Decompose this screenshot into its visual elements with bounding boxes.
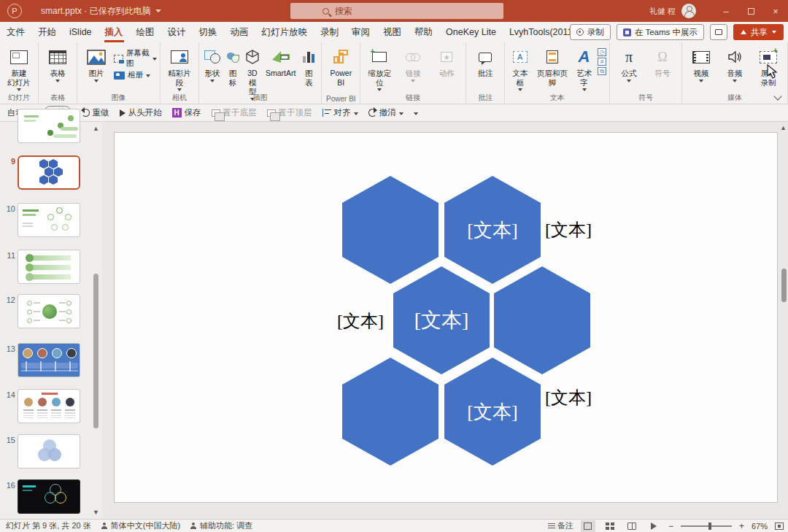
zoom-level[interactable]: 67% — [752, 522, 768, 531]
align-button[interactable]: 对齐 — [322, 107, 358, 118]
thumbnail-slide-14[interactable]: 14 — [18, 389, 80, 423]
tab-review[interactable]: 审阅 — [345, 22, 376, 42]
slide-editing-surface[interactable]: [文本] [文本] [文本] [文本] [文本] [文本] — [114, 132, 778, 503]
hexagon-shape[interactable]: [文本] — [393, 266, 490, 374]
reading-view-button[interactable] — [625, 520, 639, 532]
minimize-button[interactable]: – — [714, 0, 738, 22]
thumbnail-slide-16[interactable]: 16 — [18, 479, 80, 514]
button-label: 精彩片 段 — [168, 69, 191, 87]
hexagon-shape[interactable] — [342, 176, 439, 284]
tab-view[interactable]: 视图 — [376, 22, 408, 42]
video-button[interactable]: 视频 — [685, 45, 717, 84]
avatar[interactable] — [681, 4, 696, 18]
thumbnail-slide-11[interactable]: 11 — [18, 250, 80, 284]
picture-button[interactable]: 图片 — [80, 45, 112, 84]
undo-button[interactable]: 撤消 — [368, 107, 403, 118]
close-button[interactable]: × — [763, 0, 788, 22]
thumbnail-slide-9[interactable]: 9 — [18, 155, 80, 190]
hexagon-shape[interactable]: [文本] — [444, 176, 541, 284]
normal-view-button[interactable] — [581, 520, 595, 532]
tab-record[interactable]: 录制 — [314, 22, 345, 42]
camera-clip-icon — [171, 50, 188, 63]
thumbnail-slide-12[interactable]: 12 — [18, 294, 80, 328]
screenshot-button[interactable]: 屏幕截图 — [114, 48, 157, 69]
thumbnail-slide-15[interactable]: 15 — [18, 434, 80, 469]
zoom-slider[interactable] — [681, 525, 732, 527]
text-placeholder-label[interactable]: [文本] — [545, 218, 592, 242]
search-box[interactable]: 搜索 — [290, 3, 503, 19]
comments-button[interactable] — [710, 24, 727, 40]
shapes-button[interactable]: 形状 — [202, 45, 223, 84]
equation-button[interactable]: 公式 — [613, 45, 645, 84]
power-bi-button[interactable]: Power BI — [325, 45, 357, 88]
canvas-scroll-up-icon[interactable]: ▲ — [780, 124, 787, 131]
tab-islide[interactable]: iSlide — [63, 22, 98, 42]
text-placeholder-label[interactable]: [文本] — [545, 386, 592, 409]
tab-slideshow[interactable]: 幻灯片放映 — [255, 22, 314, 42]
button-label: 图片 — [89, 69, 104, 78]
share-button[interactable]: 共享 — [733, 24, 784, 40]
tab-animations[interactable]: 动画 — [224, 22, 255, 42]
header-footer-button[interactable]: 页眉和页脚 — [533, 45, 571, 88]
thumbnail-slide-13[interactable]: 13 — [18, 343, 80, 377]
from-beginning-button[interactable]: 从头开始 — [120, 107, 162, 118]
hexagon-text-placeholder[interactable]: [文本] — [467, 217, 517, 243]
panel-scroll-down-icon[interactable]: ▼ — [93, 509, 99, 516]
customize-quickbar-button[interactable] — [414, 111, 418, 115]
tab-file[interactable]: 文件 — [0, 22, 31, 42]
panel-scrollbar[interactable] — [93, 274, 98, 428]
restore-button[interactable] — [738, 0, 763, 22]
panel-scroll-up-icon[interactable]: ▲ — [93, 125, 99, 132]
present-in-teams-button[interactable]: 在 Teams 中展示 — [617, 24, 704, 40]
text-placeholder-label[interactable]: [文本] — [337, 309, 384, 333]
audio-button[interactable]: 音频 — [719, 45, 751, 84]
zoom-slider-thumb[interactable] — [708, 523, 711, 530]
icons-button[interactable]: 图 标 — [224, 45, 242, 88]
tab-help[interactable]: 帮助 — [408, 22, 439, 42]
thumbnail-slide-10[interactable]: 10 — [18, 203, 80, 237]
chevron-down-icon — [411, 80, 415, 82]
redo-button[interactable]: 重做 — [82, 107, 109, 118]
hexagon-shape[interactable] — [342, 358, 439, 466]
from-beginning-label: 从头开始 — [128, 107, 162, 118]
tab-onekey-lite[interactable]: OneKey Lite — [439, 22, 503, 42]
tab-draw[interactable]: 绘图 — [130, 22, 161, 42]
table-button[interactable]: 表格 — [42, 45, 74, 84]
object-icon[interactable]: ⧉ — [598, 67, 606, 75]
hexagon-text-placeholder[interactable]: [文本] — [414, 307, 469, 334]
tab-insert[interactable]: 插入 — [98, 22, 130, 42]
tab-transitions[interactable]: 切换 — [193, 22, 224, 42]
zoom-out-button[interactable]: − — [668, 521, 673, 531]
canvas-scrollbar[interactable] — [781, 269, 787, 302]
new-slide-button[interactable]: 新建 幻灯片 — [3, 45, 35, 93]
date-time-icon[interactable]: ◷ — [598, 48, 606, 56]
equation-icon — [625, 50, 633, 64]
photo-album-button[interactable]: 相册 — [114, 70, 157, 80]
language-status[interactable]: 简体中文(中国大陆) — [101, 520, 180, 531]
highlight-clip-button[interactable]: 精彩片 段 — [163, 45, 196, 93]
accessibility-status[interactable]: 辅助功能: 调查 — [190, 520, 252, 531]
hexagon-text-placeholder[interactable]: [文本] — [467, 399, 517, 425]
notes-button[interactable]: 备注 — [548, 520, 573, 531]
zoom-link-button[interactable]: 缩放定 位 — [363, 45, 395, 93]
wordart-button[interactable]: 艺术字 — [572, 45, 596, 93]
tab-home[interactable]: 开始 — [31, 22, 63, 42]
slide-sorter-button[interactable] — [603, 520, 617, 532]
hexagon-shape[interactable]: [文本] — [444, 358, 541, 466]
record-button[interactable]: 录制 — [570, 24, 611, 40]
fit-to-window-icon[interactable] — [775, 523, 784, 530]
save-label: 保存 — [185, 107, 201, 118]
zoom-in-button[interactable]: + — [739, 521, 744, 531]
thumbnail-slide-8[interactable] — [18, 109, 80, 143]
slideshow-button[interactable] — [646, 520, 661, 532]
hexagon-shape[interactable] — [494, 266, 590, 374]
slide-number-icon[interactable]: # — [598, 58, 606, 66]
save-button[interactable]: 保存 — [172, 107, 201, 118]
text-box-button[interactable]: 文本框 — [508, 45, 532, 93]
picture-icon — [87, 50, 106, 65]
smartart-button[interactable]: SmartArt — [263, 45, 298, 80]
new-comment-button[interactable]: 批注 — [469, 45, 501, 80]
tab-design[interactable]: 设计 — [161, 22, 193, 42]
ribbon-group-symbols: 公式 符号 符号 — [610, 42, 682, 104]
chart-button[interactable]: 图表 — [299, 45, 318, 88]
